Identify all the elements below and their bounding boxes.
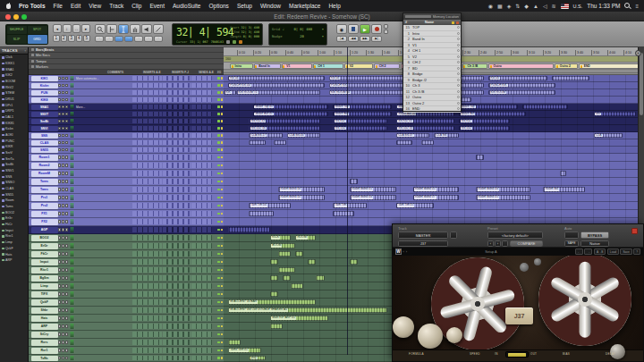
marker-ch-3-b[interactable]: Ch 3 /B xyxy=(462,63,487,70)
track-comment[interactable] xyxy=(74,274,131,282)
solo-button[interactable] xyxy=(62,204,64,206)
audio-clip[interactable] xyxy=(228,227,270,233)
track-comment[interactable] xyxy=(74,202,131,209)
main-counter[interactable]: 32| 4| 594 Start 32| 3| 480 End 32| 3| 4… xyxy=(172,23,263,46)
track-comment[interactable]: More... xyxy=(74,104,131,110)
io-column[interactable] xyxy=(212,218,224,225)
inserts-f-j-slots[interactable] xyxy=(163,283,191,289)
marker-ch-1[interactable]: CH 1 xyxy=(313,63,344,70)
io-column[interactable] xyxy=(212,307,224,314)
inserts-f-j-slots[interactable] xyxy=(163,171,191,176)
zoom-in-arrow-icon[interactable]: ▸ xyxy=(81,24,90,33)
waves-setup-label[interactable]: Setup A xyxy=(409,250,572,254)
record-enable-button[interactable] xyxy=(58,236,61,239)
inserts-a-e-slots[interactable] xyxy=(132,299,162,305)
track-name[interactable]: StCry xyxy=(31,332,58,338)
save-preset-icon[interactable] xyxy=(502,240,508,247)
inserts-a-e-slots[interactable] xyxy=(132,187,162,192)
mute-button[interactable] xyxy=(65,357,68,359)
inserts-f-j-slots[interactable] xyxy=(163,179,191,184)
record-enable-button[interactable] xyxy=(58,134,61,137)
sends-a-e-slots[interactable] xyxy=(191,332,212,337)
audio-clip[interactable]: SN KID xyxy=(333,119,387,124)
inserts-a-e-slots[interactable] xyxy=(132,90,162,95)
sidebar-track-boo2[interactable]: BOO2 xyxy=(0,209,28,215)
inserts-f-j-slots[interactable] xyxy=(163,251,191,257)
record-enable-button[interactable] xyxy=(58,252,61,255)
io-column[interactable] xyxy=(212,82,224,88)
track-name[interactable]: Risr1 xyxy=(31,267,58,274)
audio-clip[interactable]: SN 55D 06 xyxy=(249,126,320,131)
track-name[interactable]: Prc1 xyxy=(31,195,58,201)
solo-button[interactable] xyxy=(62,244,64,247)
track-name[interactable]: SNVT xyxy=(31,112,58,117)
zoom-preset-3[interactable]: 3 xyxy=(68,35,75,42)
mute-button[interactable] xyxy=(65,188,68,190)
solo-button[interactable] xyxy=(62,252,64,255)
sidebar-track-arp[interactable]: ARP xyxy=(0,257,28,264)
solo-button[interactable] xyxy=(62,127,64,130)
solo-button[interactable] xyxy=(62,276,64,279)
record-enable-button[interactable] xyxy=(58,84,61,87)
io-column[interactable] xyxy=(212,242,224,249)
audio-clip[interactable]: Snare Bot xyxy=(459,112,526,117)
inserts-f-j-slots[interactable] xyxy=(163,243,191,248)
track-comment[interactable] xyxy=(74,307,131,314)
audio-clip[interactable]: SN KID 44 xyxy=(396,119,455,124)
io-column[interactable] xyxy=(212,178,224,185)
tape-knob[interactable] xyxy=(446,327,462,343)
audio-clip[interactable]: CLA SN xyxy=(434,133,459,139)
zoomer-tool-icon[interactable] xyxy=(95,24,106,34)
inserts-f-j-slots[interactable] xyxy=(163,356,191,360)
audio-clip[interactable]: BOOM xyxy=(270,243,295,249)
io-column[interactable] xyxy=(212,266,224,274)
audio-clip[interactable]: Snare Top xyxy=(333,105,392,110)
mute-button[interactable] xyxy=(65,91,68,94)
audio-clip[interactable]: IN ACCENT 16 BAR xyxy=(228,299,317,306)
track-comment[interactable] xyxy=(74,290,131,298)
mute-button[interactable] xyxy=(65,196,68,198)
inserts-f-j-slots[interactable] xyxy=(163,235,191,240)
io-column[interactable] xyxy=(212,331,224,338)
sends-a-e-slots[interactable] xyxy=(191,126,212,130)
edit-toolbar-option-icon[interactable]: · xyxy=(114,36,123,42)
io-column[interactable] xyxy=(212,315,224,322)
record-enable-button[interactable] xyxy=(58,308,61,311)
mute-button[interactable] xyxy=(65,284,68,287)
solo-button[interactable] xyxy=(62,120,64,122)
audio-clip[interactable]: Snr xyxy=(594,112,636,117)
track-name[interactable]: FX2 xyxy=(31,219,58,225)
inserts-f-j-slots[interactable] xyxy=(163,259,191,265)
solo-button[interactable] xyxy=(62,156,64,158)
mute-button[interactable] xyxy=(65,172,68,174)
sidebar-track-kickn[interactable]: Kickn xyxy=(0,126,28,132)
inserts-a-e-slots[interactable] xyxy=(132,283,162,289)
sidebar-track-punc[interactable]: PUNC xyxy=(0,138,28,144)
solo-button[interactable] xyxy=(62,284,64,287)
audio-clip[interactable] xyxy=(421,140,434,146)
audio-clip[interactable]: Room Mono 05 xyxy=(476,195,530,201)
audio-clip[interactable]: play xyxy=(249,356,266,361)
tape-knob[interactable] xyxy=(393,316,414,338)
solo-button[interactable] xyxy=(62,349,64,351)
audio-clip[interactable] xyxy=(270,291,278,298)
sidebar-track-snso[interactable]: SNSO xyxy=(0,180,28,186)
sidebar-track-risr1[interactable]: Risr1 xyxy=(0,233,28,240)
io-column[interactable] xyxy=(212,290,224,298)
apple-menu-icon[interactable] xyxy=(5,3,12,10)
io-column[interactable] xyxy=(212,125,224,131)
menubar-clock[interactable]: Thu 1:33 PM xyxy=(587,3,620,9)
audio-clip[interactable] xyxy=(333,211,354,217)
io-column[interactable] xyxy=(212,118,224,124)
sidebar-track-rhv2[interactable]: RhV2 xyxy=(0,84,28,90)
audio-clip[interactable]: Snare Top 05 xyxy=(253,105,329,110)
audio-clip[interactable]: PUNCH KIK xyxy=(488,83,555,88)
waves--button[interactable]: ← xyxy=(575,248,583,255)
io-column[interactable] xyxy=(212,194,224,201)
sends-a-e-slots[interactable] xyxy=(191,90,212,95)
solo-button[interactable] xyxy=(62,164,64,166)
inserts-a-e-slots[interactable] xyxy=(132,219,162,224)
waves-logo-icon[interactable]: W xyxy=(395,248,402,255)
safe-button[interactable]: SAFE xyxy=(564,240,579,247)
sends-a-e-slots[interactable] xyxy=(191,76,212,80)
